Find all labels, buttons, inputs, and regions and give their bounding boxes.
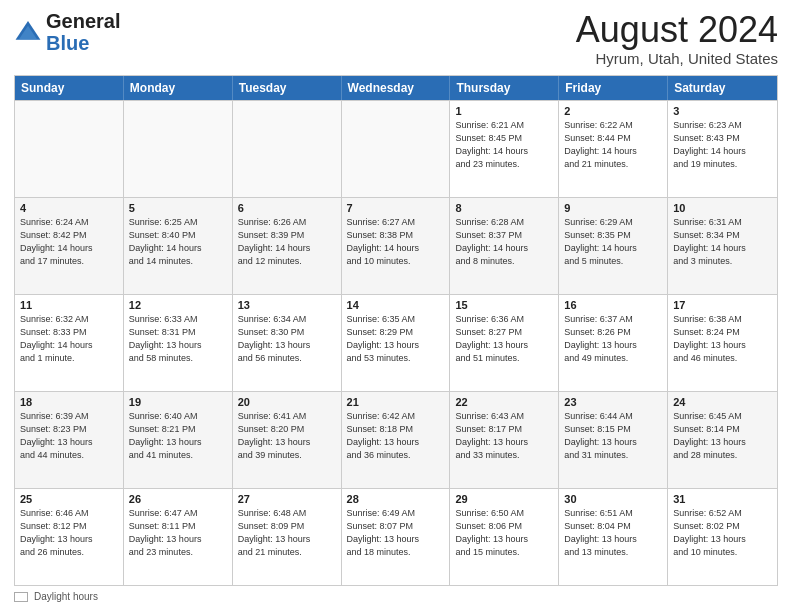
day-info: Sunrise: 6:51 AM Sunset: 8:04 PM Dayligh… [564,507,662,559]
day-number: 13 [238,299,336,311]
day-number: 31 [673,493,772,505]
empty-cell [233,101,342,197]
day-number: 22 [455,396,553,408]
day-info: Sunrise: 6:46 AM Sunset: 8:12 PM Dayligh… [20,507,118,559]
day-info: Sunrise: 6:28 AM Sunset: 8:37 PM Dayligh… [455,216,553,268]
day-cell-30: 30Sunrise: 6:51 AM Sunset: 8:04 PM Dayli… [559,489,668,585]
logo: General Blue [14,10,120,54]
footer-legend-box [14,592,28,602]
logo-general-text: General [46,10,120,32]
day-number: 26 [129,493,227,505]
day-cell-11: 11Sunrise: 6:32 AM Sunset: 8:33 PM Dayli… [15,295,124,391]
day-number: 14 [347,299,445,311]
day-number: 17 [673,299,772,311]
day-info: Sunrise: 6:23 AM Sunset: 8:43 PM Dayligh… [673,119,772,171]
day-info: Sunrise: 6:42 AM Sunset: 8:18 PM Dayligh… [347,410,445,462]
day-number: 30 [564,493,662,505]
day-info: Sunrise: 6:41 AM Sunset: 8:20 PM Dayligh… [238,410,336,462]
day-header-tuesday: Tuesday [233,76,342,100]
day-number: 12 [129,299,227,311]
day-info: Sunrise: 6:47 AM Sunset: 8:11 PM Dayligh… [129,507,227,559]
day-number: 16 [564,299,662,311]
day-cell-1: 1Sunrise: 6:21 AM Sunset: 8:45 PM Daylig… [450,101,559,197]
empty-cell [124,101,233,197]
day-info: Sunrise: 6:24 AM Sunset: 8:42 PM Dayligh… [20,216,118,268]
day-cell-16: 16Sunrise: 6:37 AM Sunset: 8:26 PM Dayli… [559,295,668,391]
day-cell-12: 12Sunrise: 6:33 AM Sunset: 8:31 PM Dayli… [124,295,233,391]
day-cell-24: 24Sunrise: 6:45 AM Sunset: 8:14 PM Dayli… [668,392,777,488]
day-number: 29 [455,493,553,505]
day-info: Sunrise: 6:48 AM Sunset: 8:09 PM Dayligh… [238,507,336,559]
empty-cell [15,101,124,197]
day-cell-25: 25Sunrise: 6:46 AM Sunset: 8:12 PM Dayli… [15,489,124,585]
day-number: 2 [564,105,662,117]
day-info: Sunrise: 6:45 AM Sunset: 8:14 PM Dayligh… [673,410,772,462]
day-cell-7: 7Sunrise: 6:27 AM Sunset: 8:38 PM Daylig… [342,198,451,294]
day-cell-6: 6Sunrise: 6:26 AM Sunset: 8:39 PM Daylig… [233,198,342,294]
day-number: 7 [347,202,445,214]
day-info: Sunrise: 6:26 AM Sunset: 8:39 PM Dayligh… [238,216,336,268]
day-info: Sunrise: 6:27 AM Sunset: 8:38 PM Dayligh… [347,216,445,268]
day-number: 28 [347,493,445,505]
day-cell-5: 5Sunrise: 6:25 AM Sunset: 8:40 PM Daylig… [124,198,233,294]
day-info: Sunrise: 6:35 AM Sunset: 8:29 PM Dayligh… [347,313,445,365]
day-info: Sunrise: 6:43 AM Sunset: 8:17 PM Dayligh… [455,410,553,462]
day-cell-31: 31Sunrise: 6:52 AM Sunset: 8:02 PM Dayli… [668,489,777,585]
page: General Blue August 2024 Hyrum, Utah, Un… [0,0,792,612]
logo-blue-text: Blue [46,32,89,54]
day-number: 23 [564,396,662,408]
page-title: August 2024 [576,10,778,50]
footer: Daylight hours [14,591,778,602]
empty-cell [342,101,451,197]
day-cell-13: 13Sunrise: 6:34 AM Sunset: 8:30 PM Dayli… [233,295,342,391]
day-number: 1 [455,105,553,117]
day-info: Sunrise: 6:31 AM Sunset: 8:34 PM Dayligh… [673,216,772,268]
calendar-body: 1Sunrise: 6:21 AM Sunset: 8:45 PM Daylig… [15,100,777,585]
day-cell-9: 9Sunrise: 6:29 AM Sunset: 8:35 PM Daylig… [559,198,668,294]
footer-label: Daylight hours [34,591,98,602]
day-info: Sunrise: 6:32 AM Sunset: 8:33 PM Dayligh… [20,313,118,365]
day-header-wednesday: Wednesday [342,76,451,100]
day-info: Sunrise: 6:52 AM Sunset: 8:02 PM Dayligh… [673,507,772,559]
day-number: 9 [564,202,662,214]
day-number: 3 [673,105,772,117]
calendar-row-4: 25Sunrise: 6:46 AM Sunset: 8:12 PM Dayli… [15,488,777,585]
day-cell-23: 23Sunrise: 6:44 AM Sunset: 8:15 PM Dayli… [559,392,668,488]
day-info: Sunrise: 6:39 AM Sunset: 8:23 PM Dayligh… [20,410,118,462]
day-info: Sunrise: 6:44 AM Sunset: 8:15 PM Dayligh… [564,410,662,462]
day-header-sunday: Sunday [15,76,124,100]
page-subtitle: Hyrum, Utah, United States [576,50,778,67]
day-info: Sunrise: 6:25 AM Sunset: 8:40 PM Dayligh… [129,216,227,268]
day-number: 6 [238,202,336,214]
day-info: Sunrise: 6:50 AM Sunset: 8:06 PM Dayligh… [455,507,553,559]
calendar-row-3: 18Sunrise: 6:39 AM Sunset: 8:23 PM Dayli… [15,391,777,488]
day-number: 10 [673,202,772,214]
calendar: SundayMondayTuesdayWednesdayThursdayFrid… [14,75,778,586]
day-info: Sunrise: 6:34 AM Sunset: 8:30 PM Dayligh… [238,313,336,365]
day-number: 4 [20,202,118,214]
header: General Blue August 2024 Hyrum, Utah, Un… [14,10,778,67]
day-cell-18: 18Sunrise: 6:39 AM Sunset: 8:23 PM Dayli… [15,392,124,488]
day-info: Sunrise: 6:40 AM Sunset: 8:21 PM Dayligh… [129,410,227,462]
day-cell-28: 28Sunrise: 6:49 AM Sunset: 8:07 PM Dayli… [342,489,451,585]
day-info: Sunrise: 6:29 AM Sunset: 8:35 PM Dayligh… [564,216,662,268]
day-number: 11 [20,299,118,311]
day-info: Sunrise: 6:21 AM Sunset: 8:45 PM Dayligh… [455,119,553,171]
day-cell-21: 21Sunrise: 6:42 AM Sunset: 8:18 PM Dayli… [342,392,451,488]
day-number: 8 [455,202,553,214]
day-cell-20: 20Sunrise: 6:41 AM Sunset: 8:20 PM Dayli… [233,392,342,488]
day-info: Sunrise: 6:36 AM Sunset: 8:27 PM Dayligh… [455,313,553,365]
day-cell-2: 2Sunrise: 6:22 AM Sunset: 8:44 PM Daylig… [559,101,668,197]
day-cell-8: 8Sunrise: 6:28 AM Sunset: 8:37 PM Daylig… [450,198,559,294]
day-cell-27: 27Sunrise: 6:48 AM Sunset: 8:09 PM Dayli… [233,489,342,585]
day-info: Sunrise: 6:33 AM Sunset: 8:31 PM Dayligh… [129,313,227,365]
day-number: 20 [238,396,336,408]
day-cell-19: 19Sunrise: 6:40 AM Sunset: 8:21 PM Dayli… [124,392,233,488]
day-header-thursday: Thursday [450,76,559,100]
day-info: Sunrise: 6:22 AM Sunset: 8:44 PM Dayligh… [564,119,662,171]
day-number: 15 [455,299,553,311]
day-header-monday: Monday [124,76,233,100]
calendar-row-2: 11Sunrise: 6:32 AM Sunset: 8:33 PM Dayli… [15,294,777,391]
day-header-friday: Friday [559,76,668,100]
day-number: 5 [129,202,227,214]
